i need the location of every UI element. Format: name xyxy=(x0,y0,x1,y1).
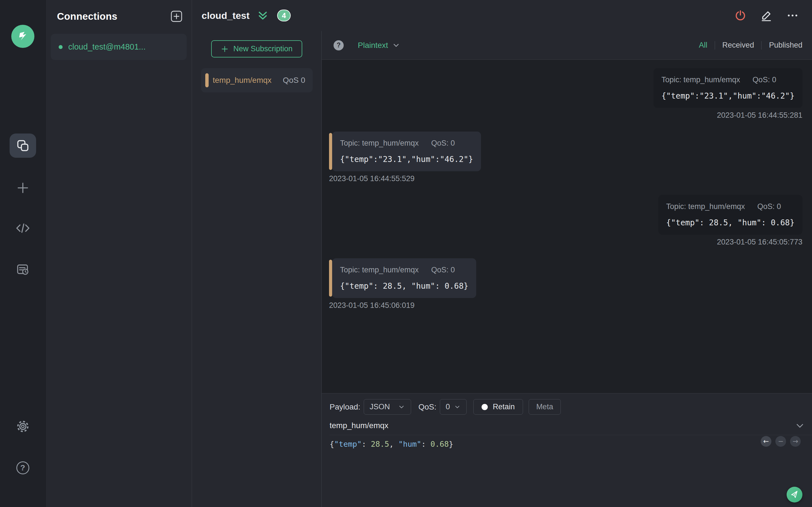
message-timestamp: 2023-01-05 16:45:05:773 xyxy=(717,238,802,246)
editor-token-punct: { xyxy=(329,440,334,448)
message-qos: QoS: 0 xyxy=(757,202,781,211)
message-group-published: Topic: temp_hum/emqxQoS: 0{"temp": 28.5,… xyxy=(329,195,802,246)
paper-plane-icon xyxy=(790,490,800,500)
gear-icon xyxy=(15,419,30,434)
retain-toggle[interactable]: Retain xyxy=(473,399,523,414)
payload-label: Payload: xyxy=(329,402,360,411)
message-meta: Topic: temp_hum/emqxQoS: 0 xyxy=(666,202,795,211)
history-nav: ← − → xyxy=(761,436,801,447)
message-format-select[interactable]: Plaintext xyxy=(358,41,400,50)
add-connection-button[interactable] xyxy=(170,10,183,23)
tab-separator xyxy=(761,41,762,50)
message-meta: Topic: temp_hum/emqxQoS: 0 xyxy=(661,75,795,84)
subscription-color-bar xyxy=(329,260,332,297)
message-meta: Topic: temp_hum/emqxQoS: 0 xyxy=(340,139,473,148)
payload-editor[interactable]: {"temp": 28.5, "hum": 0.68} xyxy=(329,440,812,448)
previous-message-button[interactable]: ← xyxy=(761,436,771,447)
plus-square-icon xyxy=(170,10,183,23)
payload-format-select[interactable]: JSON xyxy=(364,399,411,414)
message-payload: {"temp":"23.1","hum":"46.2"} xyxy=(340,155,473,164)
edit-connection-button[interactable] xyxy=(760,9,772,22)
chevron-down-icon xyxy=(454,404,461,410)
connection-list-item[interactable]: cloud_test@m4801... xyxy=(51,34,187,60)
publish-toolbar: Payload: JSON QoS: 0 xyxy=(329,399,812,414)
message-format-value: Plaintext xyxy=(358,41,388,50)
tab-separator xyxy=(715,41,715,50)
connection-name: cloud_test@m4801... xyxy=(68,42,146,52)
message-card: Topic: temp_hum/emqxQoS: 0{"temp": 28.5,… xyxy=(332,258,476,298)
message-timestamp: 2023-01-05 16:45:06:019 xyxy=(329,301,414,310)
mqttx-app: ? Connections cloud_test@m4801... cloud_… xyxy=(0,0,812,507)
sidebar-item-new-connection[interactable] xyxy=(13,178,33,198)
editor-token-punct: , xyxy=(389,440,398,448)
publish-panel: Payload: JSON QoS: 0 xyxy=(322,393,812,507)
tab-all[interactable]: All xyxy=(699,41,707,50)
editor-token-punct: : xyxy=(421,440,430,448)
message-group-received: Topic: temp_hum/emqxQoS: 0{"temp":"23.1"… xyxy=(329,131,802,183)
message-payload: {"temp": 28.5, "hum": 0.68} xyxy=(666,218,795,227)
sidebar-item-log[interactable] xyxy=(13,260,33,279)
plus-icon xyxy=(221,45,229,53)
message-qos: QoS: 0 xyxy=(753,75,776,84)
qos-label: QoS: xyxy=(418,402,437,411)
sidebar-item-connections[interactable] xyxy=(10,133,36,158)
message-filter-bar: ? Plaintext AllReceivedPublished xyxy=(322,31,812,60)
more-options-button[interactable] xyxy=(786,9,799,22)
pencil-icon xyxy=(760,9,772,22)
qos-value: 0 xyxy=(446,402,450,411)
collapse-history-button[interactable]: − xyxy=(775,436,786,447)
power-icon xyxy=(734,9,747,22)
topic-input[interactable]: temp_hum/emqx xyxy=(329,421,389,430)
log-icon xyxy=(15,262,30,277)
message-timestamp: 2023-01-05 16:44:55:281 xyxy=(717,111,802,120)
connections-icon xyxy=(16,138,30,153)
help-icon: ? xyxy=(16,461,29,474)
next-message-button[interactable]: → xyxy=(790,436,801,447)
message-payload: {"temp":"23.1","hum":"46.2"} xyxy=(661,91,795,101)
sidebar-item-help[interactable]: ? xyxy=(13,458,33,478)
message-topic: Topic: temp_hum/emqx xyxy=(661,75,740,84)
subscription-qos: QoS 0 xyxy=(283,76,305,85)
subscription-item[interactable]: temp_hum/emqx QoS 0 xyxy=(201,68,313,93)
connections-title: Connections xyxy=(57,11,117,22)
message-card: Topic: temp_hum/emqxQoS: 0{"temp":"23.1"… xyxy=(332,131,481,171)
message-qos: QoS: 0 xyxy=(431,139,455,148)
subscription-color-bar xyxy=(205,73,209,87)
send-button[interactable] xyxy=(786,487,802,503)
message-group-received: Topic: temp_hum/emqxQoS: 0{"temp": 28.5,… xyxy=(329,258,802,310)
chevron-down-icon xyxy=(795,421,805,431)
meta-button[interactable]: Meta xyxy=(529,399,561,414)
double-chevron-down-icon[interactable] xyxy=(257,10,269,21)
retain-indicator-dot xyxy=(481,404,488,410)
connections-panel: Connections cloud_test@m4801... xyxy=(46,0,192,507)
chevron-down-icon xyxy=(392,41,400,50)
mqttx-logo-icon xyxy=(11,25,35,48)
message-group-published: Topic: temp_hum/emqxQoS: 0{"temp":"23.1"… xyxy=(329,68,802,120)
payload-format-value: JSON xyxy=(370,402,390,411)
editor-token-number: 28.5 xyxy=(371,440,389,448)
connected-status-dot xyxy=(59,45,63,49)
disconnect-button[interactable] xyxy=(734,9,747,22)
content-row: New Subscription temp_hum/emqx QoS 0 ? P… xyxy=(192,31,812,507)
message-meta: Topic: temp_hum/emqxQoS: 0 xyxy=(340,266,468,274)
connection-topbar: cloud_test 4 xyxy=(192,0,812,31)
connections-header: Connections xyxy=(46,0,192,31)
tab-received[interactable]: Received xyxy=(722,41,754,50)
sidebar-item-settings[interactable] xyxy=(13,416,33,436)
payload-format-help-icon[interactable]: ? xyxy=(334,40,344,50)
message-topic: Topic: temp_hum/emqx xyxy=(666,202,745,211)
connection-title: cloud_test xyxy=(202,10,250,21)
new-subscription-button[interactable]: New Subscription xyxy=(211,40,302,57)
qos-select[interactable]: 0 xyxy=(440,399,467,414)
message-topic: Topic: temp_hum/emqx xyxy=(340,266,419,274)
tab-published[interactable]: Published xyxy=(769,41,802,50)
editor-token-key: "hum" xyxy=(398,440,421,448)
ellipsis-icon xyxy=(786,9,799,22)
subscription-topic: temp_hum/emqx xyxy=(213,76,272,85)
subscription-color-bar xyxy=(329,133,332,170)
editor-token-key: "temp" xyxy=(334,440,362,448)
icon-rail: ? xyxy=(0,0,46,507)
editor-token-number: 0.68 xyxy=(430,440,449,448)
collapse-publish-button[interactable] xyxy=(795,421,805,431)
sidebar-item-script[interactable] xyxy=(13,218,33,238)
